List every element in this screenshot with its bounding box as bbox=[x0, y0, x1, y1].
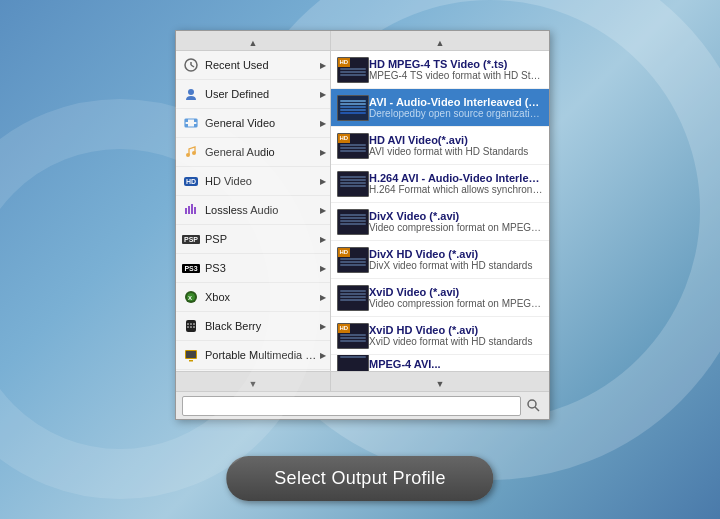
left-down-arrow-icon bbox=[249, 373, 258, 391]
right-scroll-down[interactable] bbox=[331, 372, 549, 391]
sidebar-item-general-audio[interactable]: General Audio ▶ bbox=[176, 138, 330, 167]
psp-icon: PSP bbox=[182, 230, 200, 248]
right-item-hd-mpeg4-ts[interactable]: HD HD MPEG-4 TS Video (*.ts) MPEG-4 TS v… bbox=[331, 51, 549, 89]
svg-rect-21 bbox=[187, 326, 189, 328]
right-item-title: MPEG-4 AVI... bbox=[369, 358, 543, 370]
svg-rect-11 bbox=[185, 208, 187, 214]
sidebar-item-recent-used[interactable]: Recent Used ▶ bbox=[176, 51, 330, 80]
format-thumb-mpeg4avi bbox=[337, 355, 369, 371]
search-icon-button[interactable] bbox=[523, 396, 543, 416]
right-item-title: H.264 AVI - Audio-Video Interleaved... bbox=[369, 172, 543, 184]
format-thumb-xvid-hd: HD bbox=[337, 323, 369, 349]
right-item-text: DivX HD Video (*.avi) DivX video format … bbox=[369, 248, 543, 271]
sidebar-item-lossless-audio[interactable]: Lossless Audio ▶ bbox=[176, 196, 330, 225]
user-icon bbox=[182, 85, 200, 103]
right-item-title: DivX Video (*.avi) bbox=[369, 210, 543, 222]
sidebar-item-blackberry[interactable]: Black Berry ▶ bbox=[176, 312, 330, 341]
right-item-title: HD AVI Video(*.avi) bbox=[369, 134, 543, 146]
right-item-avi[interactable]: AVI - Audio-Video Interleaved (*.avi) De… bbox=[331, 89, 549, 127]
right-item-text: XviD Video (*.avi) Video compression for… bbox=[369, 286, 543, 309]
right-scroll-up[interactable] bbox=[331, 31, 549, 50]
svg-rect-7 bbox=[185, 124, 188, 127]
arrow-icon: ▶ bbox=[320, 90, 326, 99]
right-panel: HD HD MPEG-4 TS Video (*.ts) MPEG-4 TS v… bbox=[331, 51, 549, 371]
left-scroll-down[interactable] bbox=[176, 372, 331, 391]
arrow-icon: ▶ bbox=[320, 264, 326, 273]
right-item-text: H.264 AVI - Audio-Video Interleaved... H… bbox=[369, 172, 543, 195]
search-input[interactable] bbox=[182, 396, 521, 416]
right-item-text: MPEG-4 AVI... bbox=[369, 358, 543, 370]
music-icon bbox=[182, 143, 200, 161]
svg-point-9 bbox=[186, 153, 190, 157]
scroll-bottom-bar bbox=[176, 371, 549, 391]
right-item-text: DivX Video (*.avi) Video compression for… bbox=[369, 210, 543, 233]
format-thumb-avi bbox=[337, 95, 369, 121]
sidebar-item-label: Black Berry bbox=[205, 320, 318, 332]
svg-text:X: X bbox=[188, 295, 192, 301]
right-item-divx-hd[interactable]: HD DivX HD Video (*.avi) DivX video form… bbox=[331, 241, 549, 279]
svg-rect-20 bbox=[193, 323, 195, 325]
scroll-top-bar bbox=[176, 31, 549, 51]
svg-point-10 bbox=[192, 151, 196, 155]
arrow-icon: ▶ bbox=[320, 119, 326, 128]
arrow-icon: ▶ bbox=[320, 235, 326, 244]
sidebar-item-user-defined[interactable]: User Defined ▶ bbox=[176, 80, 330, 109]
arrow-icon: ▶ bbox=[320, 293, 326, 302]
svg-rect-23 bbox=[193, 326, 195, 328]
right-item-text: HD AVI Video(*.avi) AVI video format wit… bbox=[369, 134, 543, 157]
sidebar-item-label: User Defined bbox=[205, 88, 318, 100]
right-item-xvid-hd[interactable]: HD XviD HD Video (*.avi) XviD video form… bbox=[331, 317, 549, 355]
panel-container: Recent Used ▶ User Defined ▶ General Vid… bbox=[175, 30, 550, 420]
sidebar-item-portable-multimedia[interactable]: Portable Multimedia Dev... ▶ bbox=[176, 341, 330, 370]
sidebar-item-ps3[interactable]: PS3 PS3 ▶ bbox=[176, 254, 330, 283]
right-item-title: XviD HD Video (*.avi) bbox=[369, 324, 543, 336]
sidebar-item-general-video[interactable]: General Video ▶ bbox=[176, 109, 330, 138]
bottom-btn-area: Select Output Profile bbox=[226, 456, 493, 501]
film-icon bbox=[182, 114, 200, 132]
sidebar-item-label: General Video bbox=[205, 117, 318, 129]
arrow-icon: ▶ bbox=[320, 206, 326, 215]
right-item-desc: AVI video format with HD Standards bbox=[369, 146, 543, 157]
right-item-xvid[interactable]: XviD Video (*.avi) Video compression for… bbox=[331, 279, 549, 317]
right-item-text: AVI - Audio-Video Interleaved (*.avi) De… bbox=[369, 96, 543, 119]
left-scroll-up[interactable] bbox=[176, 31, 331, 50]
right-item-desc: XviD video format with HD standards bbox=[369, 336, 543, 347]
sidebar-item-label: Recent Used bbox=[205, 59, 318, 71]
sidebar-item-label: HD Video bbox=[205, 175, 318, 187]
format-thumb-hd-avi: HD bbox=[337, 133, 369, 159]
svg-rect-14 bbox=[194, 207, 196, 214]
hd-icon: HD bbox=[182, 172, 200, 190]
sidebar-item-xbox[interactable]: X Xbox ▶ bbox=[176, 283, 330, 312]
right-item-desc: Video compression format on MPEG4.with D… bbox=[369, 222, 543, 233]
right-item-text: HD MPEG-4 TS Video (*.ts) MPEG-4 TS vide… bbox=[369, 58, 543, 81]
sidebar-item-label: General Audio bbox=[205, 146, 318, 158]
arrow-icon: ▶ bbox=[320, 148, 326, 157]
right-item-hd-avi[interactable]: HD HD AVI Video(*.avi) AVI video format … bbox=[331, 127, 549, 165]
sidebar-item-psp[interactable]: PSP PSP ▶ bbox=[176, 225, 330, 254]
sidebar-item-hd-video[interactable]: HD HD Video ▶ bbox=[176, 167, 330, 196]
svg-point-31 bbox=[528, 400, 536, 408]
right-item-title: HD MPEG-4 TS Video (*.ts) bbox=[369, 58, 543, 70]
right-item-desc: H.264 Format which allows synchronous au… bbox=[369, 184, 543, 195]
right-item-mpeg4-avi[interactable]: MPEG-4 AVI... bbox=[331, 355, 549, 371]
right-item-title: DivX HD Video (*.avi) bbox=[369, 248, 543, 260]
format-thumb-hd-mpeg4: HD bbox=[337, 57, 369, 83]
svg-point-3 bbox=[188, 89, 194, 95]
main-content: Recent Used ▶ User Defined ▶ General Vid… bbox=[176, 51, 549, 371]
svg-rect-22 bbox=[190, 326, 192, 328]
right-item-divx[interactable]: DivX Video (*.avi) Video compression for… bbox=[331, 203, 549, 241]
svg-line-2 bbox=[191, 65, 194, 67]
svg-rect-19 bbox=[190, 323, 192, 325]
right-item-h264-avi[interactable]: H.264 AVI - Audio-Video Interleaved... H… bbox=[331, 165, 549, 203]
sidebar-item-label: PSP bbox=[205, 233, 318, 245]
right-item-desc: Video compression format on MPEG4,devel.… bbox=[369, 298, 543, 309]
left-panel: Recent Used ▶ User Defined ▶ General Vid… bbox=[176, 51, 331, 371]
svg-rect-5 bbox=[185, 119, 188, 122]
right-item-desc: DivX video format with HD standards bbox=[369, 260, 543, 271]
select-output-profile-button[interactable]: Select Output Profile bbox=[226, 456, 493, 501]
sidebar-item-label: Lossless Audio bbox=[205, 204, 318, 216]
xbox-icon: X bbox=[182, 288, 200, 306]
format-thumb-xvid bbox=[337, 285, 369, 311]
ps3-icon: PS3 bbox=[182, 259, 200, 277]
arrow-icon: ▶ bbox=[320, 351, 326, 360]
